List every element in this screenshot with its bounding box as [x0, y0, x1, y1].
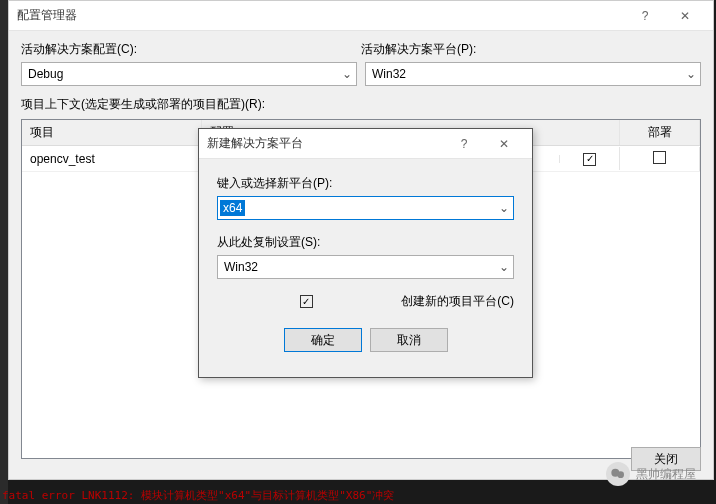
active-config-label: 活动解决方案配置(C):	[21, 41, 361, 58]
close-icon[interactable]: ✕	[665, 1, 705, 31]
help-button[interactable]: ?	[625, 1, 665, 31]
col-project: 项目	[22, 120, 202, 145]
chevron-down-icon: ⌄	[499, 260, 509, 274]
project-name: opencv_test	[22, 148, 202, 170]
copy-from-value: Win32	[224, 260, 258, 274]
active-platform-select[interactable]: Win32 ⌄	[365, 62, 701, 86]
title-bar: 配置管理器 ? ✕	[9, 1, 713, 31]
new-platform-value: x64	[220, 200, 245, 216]
deploy-checkbox[interactable]	[653, 151, 666, 164]
new-platform-dialog: 新建解决方案平台 ? ✕ 键入或选择新平台(P): x64 ⌄ 从此处复制设置(…	[198, 128, 533, 378]
build-checkbox[interactable]	[583, 153, 596, 166]
cancel-button[interactable]: 取消	[370, 328, 448, 352]
create-project-platform-checkbox[interactable]	[300, 295, 313, 308]
error-output: fatal error LNK1112: 模块计算机类型"x64"与目标计算机类…	[2, 488, 432, 503]
ok-button[interactable]: 确定	[284, 328, 362, 352]
create-project-platform-label: 创建新的项目平台(C)	[401, 293, 514, 310]
active-platform-label: 活动解决方案平台(P):	[361, 41, 701, 58]
wechat-icon	[606, 462, 630, 486]
build-cell[interactable]	[560, 147, 620, 170]
chevron-down-icon: ⌄	[686, 67, 696, 81]
close-icon[interactable]: ✕	[484, 129, 524, 159]
deploy-cell[interactable]	[620, 147, 700, 171]
chevron-down-icon: ⌄	[499, 201, 509, 215]
col-deploy: 部署	[620, 120, 700, 145]
modal-title-bar: 新建解决方案平台 ? ✕	[199, 129, 532, 159]
active-config-value: Debug	[28, 67, 63, 81]
project-context-label: 项目上下文(选定要生成或部署的项目配置)(R):	[21, 96, 701, 113]
chevron-down-icon: ⌄	[342, 67, 352, 81]
active-config-select[interactable]: Debug ⌄	[21, 62, 357, 86]
copy-from-label: 从此处复制设置(S):	[217, 234, 514, 251]
new-platform-combo[interactable]: x64 ⌄	[217, 196, 514, 220]
active-platform-value: Win32	[372, 67, 406, 81]
dialog-title: 配置管理器	[17, 7, 625, 24]
modal-title: 新建解决方案平台	[207, 135, 444, 152]
copy-from-combo[interactable]: Win32 ⌄	[217, 255, 514, 279]
new-platform-label: 键入或选择新平台(P):	[217, 175, 514, 192]
help-button[interactable]: ?	[444, 129, 484, 159]
watermark: 黑帅编程屋	[606, 462, 696, 486]
